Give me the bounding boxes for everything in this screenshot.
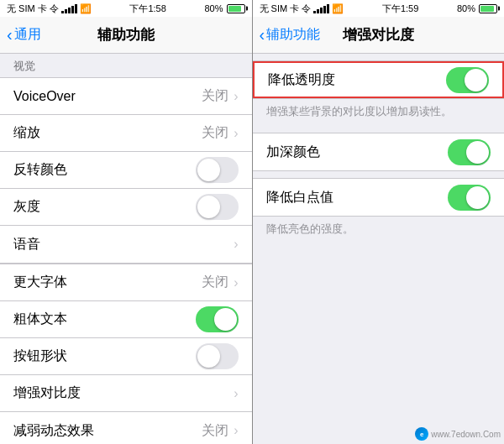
darken-colors-toggle[interactable] [448, 139, 491, 165]
list-item[interactable]: 更大字体 关闭 › [0, 264, 252, 301]
right-status-left: 无 SIM 卡 令 📶 [260, 3, 344, 15]
left-table-section-2: 更大字体 关闭 › 粗体文本 按钮形状 增强对比度 › 减弱动态效果 关闭 › [0, 264, 252, 444]
reduce-motion-label: 减弱动态效果 [13, 422, 202, 440]
left-section-header-vision: 视觉 [0, 54, 252, 77]
left-back-chevron-icon: ‹ [7, 26, 13, 43]
contrast-chevron-icon: › [234, 386, 238, 401]
left-signal-bars [61, 4, 77, 13]
left-sim-label: 无 SIM 卡 令 [7, 3, 59, 15]
reduce-transparency-toggle[interactable] [446, 67, 489, 93]
voiceover-label: VoiceOver [13, 89, 202, 104]
darken-colors-label: 加深颜色 [266, 144, 449, 161]
contrast-label: 增强对比度 [13, 384, 234, 402]
reduce-motion-value: 关闭 [202, 422, 228, 440]
list-item[interactable]: 按钮形状 [0, 338, 252, 375]
larger-text-chevron-icon: › [234, 275, 238, 290]
left-battery-pct: 80% [204, 3, 223, 13]
right-wifi-icon: 📶 [332, 3, 344, 14]
zoom-chevron-icon: › [234, 126, 238, 141]
watermark-text: www.7edown.Com [431, 430, 501, 439]
left-battery-icon [227, 4, 245, 13]
reduce-transparency-subtitle: 增强某些背景的对比度以增加易读性。 [253, 99, 505, 126]
left-nav-bar: ‹ 通用 辅助功能 [0, 17, 252, 54]
reduce-white-point-subtitle: 降低亮色的强度。 [253, 217, 505, 243]
right-table-section-1: 降低透明度 [253, 60, 505, 99]
left-status-left: 无 SIM 卡 令 📶 [7, 3, 92, 15]
right-nav-bar: ‹ 辅助功能 增强对比度 [253, 17, 505, 54]
reduce-transparency-label: 降低透明度 [268, 71, 447, 89]
zoom-value: 关闭 [202, 124, 228, 142]
list-item[interactable]: 粗体文本 [0, 301, 252, 338]
right-battery-icon [479, 4, 497, 13]
left-nav-title: 辅助功能 [97, 25, 155, 44]
right-back-button[interactable]: ‹ 辅助功能 [260, 26, 321, 44]
right-nav-title: 增强对比度 [343, 25, 414, 44]
list-item[interactable]: 反转颜色 [0, 152, 252, 189]
invert-toggle[interactable] [196, 157, 239, 183]
list-item[interactable]: 灰度 [0, 189, 252, 226]
right-signal-bars [313, 4, 329, 13]
right-table-section-3: 降低白点值 [253, 178, 505, 217]
reduce-white-point-label: 降低白点值 [266, 189, 449, 206]
watermark-logo-icon: e [415, 427, 428, 441]
left-time: 下午1:58 [129, 3, 165, 15]
zoom-label: 缩放 [13, 124, 202, 142]
right-panel: 无 SIM 卡 令 📶 下午1:59 80% ‹ 辅助功能 增强对比度 降低透明… [253, 0, 505, 444]
watermark: e www.7edown.Com [415, 427, 501, 441]
list-item[interactable]: VoiceOver 关闭 › [0, 78, 252, 115]
reduce-white-point-toggle[interactable] [448, 185, 491, 211]
right-sim-label: 无 SIM 卡 令 [260, 3, 312, 15]
left-status-right: 80% [204, 3, 244, 13]
right-back-chevron-icon: ‹ [260, 26, 265, 43]
list-item[interactable]: 缩放 关闭 › [0, 115, 252, 152]
darken-colors-row[interactable]: 加深颜色 [253, 133, 505, 170]
right-table-section-2: 加深颜色 [253, 133, 505, 171]
list-item[interactable]: 语音 › [0, 226, 252, 263]
right-status-right: 80% [457, 3, 497, 13]
bold-text-toggle[interactable] [196, 306, 239, 332]
reduce-transparency-row[interactable]: 降低透明度 [253, 61, 505, 98]
right-status-bar: 无 SIM 卡 令 📶 下午1:59 80% [253, 0, 505, 17]
reduce-motion-chevron-icon: › [234, 423, 238, 438]
right-battery-pct: 80% [457, 3, 475, 13]
grayscale-label: 灰度 [13, 198, 196, 216]
reduce-white-point-row[interactable]: 降低白点值 [253, 179, 505, 216]
bold-text-label: 粗体文本 [13, 311, 196, 328]
button-shape-toggle[interactable] [196, 343, 239, 369]
left-wifi-icon: 📶 [80, 3, 92, 14]
left-back-label: 通用 [14, 26, 41, 44]
voice-label: 语音 [13, 236, 234, 253]
right-time: 下午1:59 [382, 3, 418, 15]
voice-chevron-icon: › [234, 237, 238, 252]
larger-text-value: 关闭 [202, 274, 228, 291]
list-item[interactable]: 减弱动态效果 关闭 › [0, 412, 252, 444]
button-shape-label: 按钮形状 [13, 347, 196, 365]
voiceover-value: 关闭 [202, 87, 228, 105]
left-panel: 无 SIM 卡 令 📶 下午1:58 80% ‹ 通用 辅助功能 视觉 Voic… [0, 0, 252, 444]
grayscale-toggle[interactable] [196, 194, 239, 220]
voiceover-chevron-icon: › [234, 89, 238, 104]
left-status-bar: 无 SIM 卡 令 📶 下午1:58 80% [0, 0, 252, 17]
invert-label: 反转颜色 [13, 161, 196, 179]
left-table-section-1: VoiceOver 关闭 › 缩放 关闭 › 反转颜色 灰度 语音 › [0, 77, 252, 264]
list-item[interactable]: 增强对比度 › [0, 375, 252, 412]
larger-text-label: 更大字体 [13, 274, 202, 291]
right-back-label: 辅助功能 [266, 26, 320, 44]
left-back-button[interactable]: ‹ 通用 [7, 26, 41, 44]
